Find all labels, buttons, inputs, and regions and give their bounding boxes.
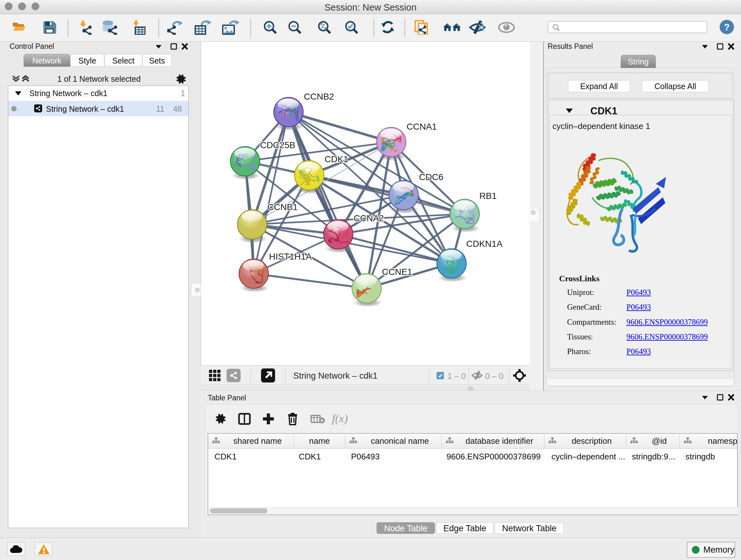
svg-text:RB1: RB1 xyxy=(479,191,496,201)
svg-text:CCNB1: CCNB1 xyxy=(267,202,298,212)
svg-text:CCNA2: CCNA2 xyxy=(354,213,384,223)
svg-text:CCNB2: CCNB2 xyxy=(304,91,334,102)
svg-text:CDK1: CDK1 xyxy=(325,154,348,164)
svg-text:CCNA1: CCNA1 xyxy=(407,122,437,132)
svg-text:CDC6: CDC6 xyxy=(419,172,443,182)
svg-text:HIST1H1A: HIST1H1A xyxy=(269,252,312,261)
svg-text:CCNE1: CCNE1 xyxy=(382,267,412,277)
svg-text:CDKN1A: CDKN1A xyxy=(466,239,502,249)
svg-text:CDC25B: CDC25B xyxy=(260,140,295,150)
